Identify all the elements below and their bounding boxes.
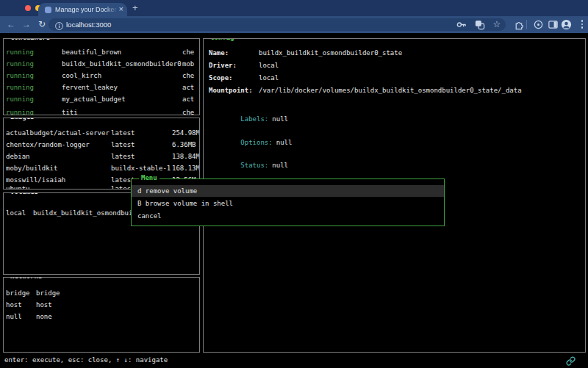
config-field-value: /var/lib/docker/volumes/buildx_buildkit_… <box>259 87 522 94</box>
network-driver: host <box>36 301 52 309</box>
config-field-label: Driver: <box>209 62 237 69</box>
image-row[interactable]: moby/buildkit buildx-stable-1 168.13M <box>4 165 199 173</box>
window-close-button[interactable] <box>25 5 31 11</box>
container-image: che <box>182 48 194 56</box>
config-field-row: Driver: local <box>204 62 585 71</box>
container-name: cool_kirch <box>62 72 101 79</box>
bookmark-star-icon[interactable]: ☆ <box>491 18 503 30</box>
container-row[interactable]: running beautiful_brown che <box>4 48 199 57</box>
container-row[interactable]: running titi che <box>4 109 199 115</box>
container-name: buildx_buildkit_osmondbuilder0 <box>62 60 182 68</box>
config-extra-value: null <box>272 115 288 123</box>
network-row[interactable]: bridge bridge <box>4 289 199 298</box>
browser-window: Manage your Docker fleet wi × + ← → ↻ lo… <box>0 0 588 368</box>
more-menu-icon[interactable] <box>576 18 588 30</box>
url-text[interactable]: localhost:3000 <box>66 18 111 31</box>
config-field-value: buildx_buildkit_osmondbuilder0_state <box>259 49 402 57</box>
image-name: debian <box>6 153 30 160</box>
menu-item-browse-volume[interactable]: B browse volume in shell <box>132 198 444 209</box>
image-name: mosswill/isaiah <box>6 176 65 184</box>
config-field-row: Name: buildx_buildkit_osmondbuilder0_sta… <box>204 49 585 58</box>
network-row[interactable]: host host <box>4 301 199 310</box>
new-tab-button[interactable]: + <box>132 2 138 13</box>
container-row[interactable]: running fervent_leakey act <box>4 84 199 93</box>
config-field-label: Scope: <box>209 74 233 82</box>
image-name: ubuntu <box>6 185 30 190</box>
network-name: host <box>6 301 22 309</box>
container-state: running <box>6 109 34 115</box>
config-extra-row: Options:null <box>209 131 585 140</box>
translate-icon[interactable] <box>473 18 485 30</box>
status-bar: enter: execute, esc: close, ↑ ↓: navigat… <box>4 356 168 364</box>
container-state: running <box>6 48 34 56</box>
container-row[interactable]: running cool_kirch che <box>4 72 199 81</box>
container-name: titi <box>62 109 78 115</box>
container-state: running <box>6 72 34 79</box>
config-extra-label: Status: <box>240 162 268 169</box>
extensions-puzzle-icon[interactable] <box>512 18 524 30</box>
image-name: moby/buildkit <box>6 165 57 172</box>
back-icon[interactable]: ← <box>4 16 18 33</box>
config-field-row: Scope: local <box>204 74 585 83</box>
address-bar[interactable]: localhost:3000 <box>49 18 506 31</box>
container-image: act <box>182 84 194 91</box>
config-extra-row: Labels:null <box>209 108 585 117</box>
image-size: 254.98M <box>172 129 199 137</box>
container-state: running <box>6 84 34 91</box>
network-driver: none <box>36 313 52 320</box>
menu-item-remove-volume[interactable]: d remove volume <box>132 185 444 197</box>
networks-panel: Networks bridge bridge host host null no… <box>3 277 200 353</box>
config-field-label: Name: <box>209 49 229 57</box>
image-size: 6.36MB <box>172 141 199 148</box>
container-name: my_actual_budget <box>62 95 126 103</box>
image-name: actualbudget/actual-server <box>6 129 110 137</box>
side-panel-icon[interactable] <box>547 18 559 30</box>
password-key-icon[interactable] <box>455 18 467 30</box>
image-size: 138.84M <box>172 153 199 160</box>
config-field-value: local <box>259 74 279 82</box>
browser-toolbar: ← → ↻ localhost:3000 ☆ <box>0 16 588 33</box>
tab-favicon-icon <box>45 7 51 13</box>
image-tag: latest <box>111 153 135 160</box>
containers-panel-title: Containers <box>8 38 52 41</box>
container-image: che <box>182 72 194 79</box>
container-state: running <box>6 95 34 103</box>
container-row[interactable]: running my_actual_budget act <box>4 95 199 104</box>
profile-avatar[interactable] <box>560 18 572 30</box>
container-name: beautiful_brown <box>62 48 121 56</box>
forward-icon[interactable]: → <box>20 16 33 33</box>
reload-icon[interactable]: ↻ <box>35 16 49 33</box>
menu-title: Menu <box>139 174 159 181</box>
containers-panel: Containers running beautiful_brown che r… <box>3 38 200 115</box>
extension-circle-icon[interactable] <box>532 18 544 30</box>
tab-strip: Manage your Docker fleet wi × + <box>0 0 588 16</box>
container-state: running <box>6 60 34 68</box>
networks-panel-title: Networks <box>8 277 44 280</box>
container-name: fervent_leakey <box>62 84 118 91</box>
config-extra-label: Labels: <box>240 115 268 123</box>
toolbar-separator <box>526 20 527 29</box>
config-field-value: local <box>259 62 279 69</box>
site-info-icon[interactable] <box>53 20 65 32</box>
tab-title: Manage your Docker fleet wi <box>55 6 118 15</box>
container-image: act <box>182 95 194 103</box>
image-tag: latest <box>111 141 135 148</box>
image-tag: buildx-stable-1 <box>111 165 171 172</box>
config-extra-label: Options: <box>240 139 272 146</box>
image-size: 168.13M <box>172 165 199 172</box>
volumes-panel-title: Volumes <box>8 192 40 195</box>
browser-tab[interactable]: Manage your Docker fleet wi × <box>38 3 127 16</box>
network-driver: bridge <box>36 289 60 297</box>
connection-link-icon <box>566 355 576 364</box>
config-extra-value: null <box>276 139 293 146</box>
image-row[interactable]: debian latest 138.84M <box>4 153 199 162</box>
tab-close-icon[interactable]: × <box>119 4 123 13</box>
images-panel-title: Images <box>8 118 37 120</box>
image-row[interactable]: actualbudget/actual-server latest 254.98… <box>4 129 199 138</box>
image-row[interactable]: chentex/random-logger latest 6.36MB <box>4 141 199 150</box>
network-name: null <box>6 313 22 320</box>
config-panel-title: Config <box>208 38 237 41</box>
network-row[interactable]: null none <box>4 313 199 322</box>
menu-item-cancel[interactable]: cancel <box>132 210 444 222</box>
container-row[interactable]: running buildx_buildkit_osmondbuilder0 m… <box>4 60 199 69</box>
